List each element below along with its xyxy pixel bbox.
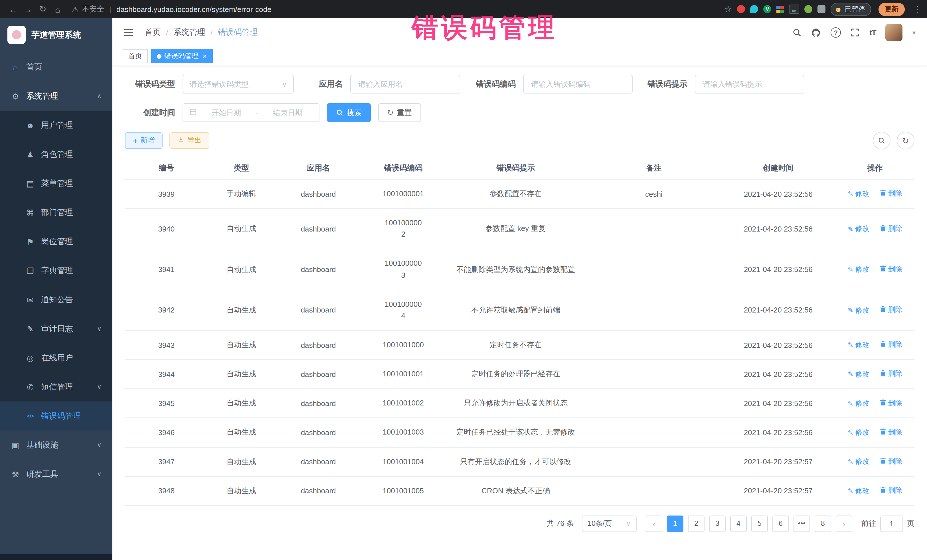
prev-page-button[interactable]: ‹ — [646, 516, 662, 532]
update-button[interactable]: 更新 — [878, 3, 905, 16]
delete-link[interactable]: 删除 — [879, 265, 902, 274]
edit-link[interactable]: ✎ 修改 — [848, 305, 869, 315]
filter-row-2: 创建时间 开始日期 - 结束日期 搜索 ↻ — [125, 103, 915, 122]
cell-remark: ceshi — [587, 179, 721, 208]
tab-error-code[interactable]: 错误码管理 × — [151, 49, 213, 63]
cell-type: 手动编辑 — [208, 179, 275, 208]
export-button[interactable]: 导出 — [169, 132, 209, 149]
delete-link[interactable]: 删除 — [879, 369, 902, 379]
delete-link[interactable]: 删除 — [879, 427, 902, 437]
help-icon[interactable]: ? — [831, 27, 841, 38]
font-size-icon[interactable]: tT — [870, 28, 876, 37]
add-button[interactable]: + 新增 — [125, 132, 163, 149]
page-button-8[interactable]: 8 — [815, 516, 831, 532]
close-icon[interactable]: × — [202, 52, 207, 60]
extension-grid-icon[interactable] — [777, 5, 784, 13]
sidebar-footer-bar[interactable] — [0, 554, 112, 560]
table-body: 3939 手动编辑 dashboard 1001000001 参数配置不存在 c… — [125, 179, 915, 505]
page-button-3[interactable]: 3 — [709, 516, 726, 532]
next-page-button[interactable]: › — [836, 516, 852, 532]
extension-leaf-icon[interactable] — [805, 5, 813, 13]
app-input[interactable] — [357, 79, 453, 89]
edit-link[interactable]: ✎ 修改 — [848, 265, 869, 275]
sidebar-item-departments[interactable]: ⌘ 部门管理 — [0, 198, 112, 227]
security-chip[interactable]: ⚠ 不安全 — [72, 4, 104, 14]
page-ellipsis-button[interactable]: ••• — [793, 516, 810, 532]
goto-page-input[interactable] — [880, 516, 903, 532]
delete-link[interactable]: 删除 — [879, 224, 902, 234]
sidebar-item-menus[interactable]: ▤ 菜单管理 — [0, 169, 112, 198]
breadcrumb-system[interactable]: 系统管理 — [173, 27, 205, 38]
app-logo[interactable]: 芋道管理系统 — [0, 18, 112, 51]
delete-link[interactable]: 删除 — [879, 457, 902, 466]
delete-link[interactable]: 删除 — [879, 398, 902, 408]
delete-link[interactable]: 删除 — [879, 305, 902, 315]
search-button[interactable]: 搜索 — [327, 103, 371, 122]
page-button-4[interactable]: 4 — [730, 516, 747, 532]
table-tools: ↻ — [873, 132, 915, 149]
avatar[interactable] — [886, 24, 903, 41]
extension-on-icon[interactable]: on — [789, 5, 799, 14]
forward-icon[interactable]: → — [21, 2, 35, 16]
sidebar-item-users[interactable]: ☻ 用户管理 — [0, 111, 112, 140]
caret-down-icon[interactable]: ▾ — [912, 29, 916, 36]
edit-link[interactable]: ✎ 修改 — [848, 428, 869, 437]
col-code: 错误码编码 — [362, 157, 445, 179]
search-icon[interactable] — [793, 28, 802, 37]
delete-link[interactable]: 删除 — [879, 486, 902, 496]
reset-button[interactable]: ↻ 重置 — [378, 103, 421, 122]
sidebar-item-notice[interactable]: ✉ 通知公告 — [0, 285, 112, 314]
page-button-2[interactable]: 2 — [688, 516, 705, 532]
breadcrumb-home[interactable]: 首页 — [145, 27, 161, 38]
sidebar-item-infrastructure[interactable]: ▣ 基础设施 ∨ — [0, 431, 112, 460]
edit-link[interactable]: ✎ 修改 — [848, 370, 869, 379]
reload-icon[interactable]: ↻ — [35, 2, 50, 16]
address-bar[interactable]: dashboard.yudao.iocoder.cn/system/error-… — [116, 5, 271, 14]
sidebar-item-sms[interactable]: ✆ 短信管理 ∨ — [0, 372, 112, 401]
page-button-1[interactable]: 1 — [667, 516, 684, 532]
page-button-5[interactable]: 5 — [751, 516, 768, 532]
code-input[interactable] — [530, 79, 626, 89]
type-select[interactable]: 请选择错误码类型 ∨ — [182, 75, 294, 94]
search-toggle-button[interactable] — [873, 132, 891, 149]
home-icon-chrome[interactable]: ⌂ — [50, 2, 65, 16]
delete-link[interactable]: 删除 — [879, 340, 902, 350]
extension-puzzle-icon[interactable] — [818, 5, 826, 13]
msg-input[interactable] — [702, 79, 798, 89]
date-range-picker[interactable]: 开始日期 - 结束日期 — [182, 103, 319, 122]
sidebar-item-error-code[interactable]: </> 错误码管理 — [0, 401, 112, 431]
sidebar-item-audit-log[interactable]: ✎ 审计日志 ∨ — [0, 314, 112, 343]
bookmark-star-icon[interactable]: ☆ — [725, 4, 732, 14]
sidebar-item-posts[interactable]: ⚑ 岗位管理 — [0, 227, 112, 256]
page-size-select[interactable]: 10条/页 ∨ — [582, 516, 637, 532]
sidebar-item-online-users[interactable]: ◎ 在线用户 — [0, 343, 112, 372]
sidebar-item-dev-tools[interactable]: ⚒ 研发工具 ∨ — [0, 460, 112, 489]
sidebar-item-system[interactable]: ⚙ 系统管理 ∧ — [0, 82, 112, 111]
kebab-menu-icon[interactable]: ⋮ — [913, 5, 921, 14]
edit-link[interactable]: ✎ 修改 — [848, 189, 869, 199]
fullscreen-icon[interactable] — [851, 28, 860, 37]
cell-actions: ✎ 修改 删除 — [836, 360, 915, 389]
hamburger-icon[interactable] — [124, 29, 133, 36]
extension-drop-icon[interactable] — [751, 5, 758, 13]
edit-link[interactable]: ✎ 修改 — [848, 399, 869, 408]
tab-home[interactable]: 首页 — [123, 49, 148, 63]
extension-v-icon[interactable]: V — [764, 5, 772, 13]
error-code-table: 编号 类型 应用名 错误码编码 错误码提示 备注 创建时间 操作 — [125, 157, 915, 506]
edit-link[interactable]: ✎ 修改 — [848, 224, 869, 234]
trash-icon — [879, 225, 886, 233]
edit-link[interactable]: ✎ 修改 — [848, 486, 869, 496]
edit-link[interactable]: ✎ 修改 — [848, 340, 869, 350]
sidebar-item-dictionary[interactable]: ❐ 字典管理 — [0, 256, 112, 285]
delete-link[interactable]: 删除 — [879, 189, 902, 199]
edit-link[interactable]: ✎ 修改 — [848, 457, 869, 467]
extension-red-icon[interactable] — [737, 5, 745, 13]
paused-badge[interactable]: ☻ 已暂停 — [831, 3, 871, 16]
github-icon[interactable] — [812, 28, 821, 37]
back-icon[interactable]: ← — [6, 2, 21, 16]
sidebar-item-roles[interactable]: ♟ 角色管理 — [0, 140, 112, 169]
page-button-6[interactable]: 6 — [772, 516, 789, 532]
refresh-button[interactable]: ↻ — [897, 132, 915, 149]
cell-type: 自动生成 — [208, 418, 275, 447]
sidebar-item-home[interactable]: ⌂ 首页 — [0, 52, 112, 82]
